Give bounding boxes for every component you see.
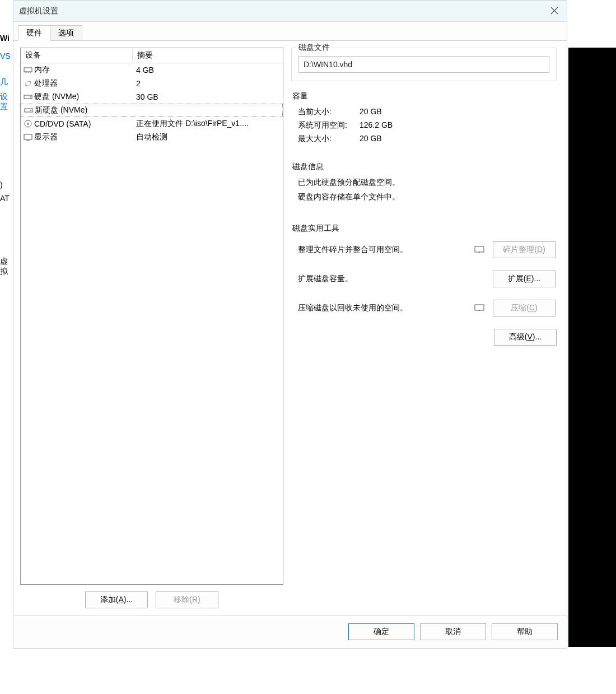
group-label-capacity: 容量 (292, 91, 556, 101)
util-defrag-row: 整理文件碎片并整合可用空间。 碎片整理(D) (298, 241, 556, 258)
header-device: 设备 (21, 49, 133, 62)
group-disk-utils: 磁盘实用工具 整理文件碎片并整合可用空间。 碎片整理(D) 扩展磁盘容量。 扩展… (291, 223, 557, 316)
left-pane: 设备 摘要 内存 4 GB 处理器 2 (20, 48, 283, 608)
device-row-cddvd[interactable]: CD/DVD (SATA) 正在使用文件 D:\iso\FirPE_v1.... (21, 117, 283, 131)
disk-info-line1: 已为此硬盘预分配磁盘空间。 (298, 178, 556, 188)
map-icon[interactable] (474, 245, 485, 255)
device-table-header: 设备 摘要 (21, 48, 283, 63)
disk-icon (24, 106, 34, 115)
left-buttons: 添加(A)... 移除(R) (20, 585, 283, 608)
help-button[interactable]: 帮助 (492, 623, 558, 640)
capacity-max: 最大大小: 20 GB (298, 134, 556, 144)
disk-info-line2: 硬盘内容存储在单个文件中。 (298, 192, 556, 202)
compact-button[interactable]: 压缩(C) (493, 300, 556, 316)
device-row-display[interactable]: 显示器 自动检测 (21, 131, 283, 144)
group-disk-info: 磁盘信息 已为此硬盘预分配磁盘空间。 硬盘内容存储在单个文件中。 (291, 162, 557, 207)
util-compact-row: 压缩磁盘以回收未使用的空间。 压缩(C) (298, 300, 556, 316)
remove-device-button[interactable]: 移除(R) (156, 591, 218, 608)
close-icon (550, 7, 558, 15)
group-label-disk-file: 磁盘文件 (296, 43, 332, 53)
group-label-disk-info: 磁盘信息 (292, 162, 556, 172)
device-rows: 内存 4 GB 处理器 2 硬盘 (NVMe) 30 GB (21, 63, 283, 584)
dialog-body: 设备 摘要 内存 4 GB 处理器 2 (13, 41, 567, 615)
disk-icon (23, 92, 33, 101)
svg-rect-8 (24, 134, 32, 139)
device-row-memory[interactable]: 内存 4 GB (21, 63, 283, 77)
svg-point-5 (30, 110, 31, 111)
util-expand-text: 扩展磁盘容量。 (298, 274, 466, 284)
titlebar: 虚拟机设置 (13, 1, 567, 22)
display-icon (23, 133, 33, 142)
background-right-strip (568, 48, 616, 647)
tab-options[interactable]: 选项 (50, 25, 82, 41)
close-button[interactable] (548, 4, 561, 17)
capacity-current: 当前大小: 20 GB (298, 107, 556, 117)
svg-point-7 (27, 123, 29, 125)
group-label-disk-utils: 磁盘实用工具 (292, 223, 556, 234)
svg-rect-0 (24, 68, 32, 72)
util-expand-row: 扩展磁盘容量。 扩展(E)... (298, 271, 556, 287)
expand-button[interactable]: 扩展(E)... (493, 271, 556, 287)
svg-point-10 (479, 251, 480, 253)
device-table: 设备 摘要 内存 4 GB 处理器 2 (20, 48, 283, 585)
advanced-row: 高级(V)... (291, 329, 557, 346)
disk-file-path[interactable]: D:\WIN10.vhd (298, 56, 549, 73)
svg-point-12 (479, 310, 480, 311)
defrag-button[interactable]: 碎片整理(D) (493, 241, 556, 258)
cpu-icon (23, 79, 33, 88)
right-pane: 磁盘文件 D:\WIN10.vhd 容量 当前大小: 20 GB 系统可用空间:… (291, 48, 560, 608)
memory-icon (23, 66, 33, 74)
capacity-free: 系统可用空间: 126.2 GB (298, 120, 556, 131)
svg-point-6 (25, 120, 31, 127)
map-icon[interactable] (474, 303, 485, 313)
device-row-cpu[interactable]: 处理器 2 (21, 77, 283, 90)
vm-settings-dialog: 虚拟机设置 硬件 选项 设备 摘要 内存 4 GB (13, 0, 567, 649)
group-capacity: 容量 当前大小: 20 GB 系统可用空间: 126.2 GB 最大大小: 20… (291, 91, 557, 147)
svg-rect-1 (26, 81, 30, 86)
svg-rect-9 (475, 246, 484, 252)
tab-bar: 硬件 选项 (13, 22, 567, 41)
util-compact-text: 压缩磁盘以回收未使用的空间。 (298, 303, 466, 313)
dialog-buttons: 确定 取消 帮助 (13, 615, 567, 648)
device-row-newdisk[interactable]: 新硬盘 (NVMe) (21, 104, 283, 117)
ok-button[interactable]: 确定 (348, 623, 414, 640)
dialog-title: 虚拟机设置 (19, 6, 58, 16)
svg-point-3 (30, 96, 31, 97)
util-defrag-text: 整理文件碎片并整合可用空间。 (298, 245, 466, 255)
svg-rect-11 (475, 305, 484, 310)
background-app-strip: Wi VS 几 设置 ) AT 虚拟 (0, 0, 13, 694)
device-row-disk[interactable]: 硬盘 (NVMe) 30 GB (21, 90, 283, 104)
header-summary: 摘要 (133, 49, 283, 62)
cd-icon (23, 119, 33, 128)
tab-hardware[interactable]: 硬件 (18, 25, 50, 41)
cancel-button[interactable]: 取消 (420, 623, 486, 640)
group-disk-file: 磁盘文件 D:\WIN10.vhd (291, 48, 557, 81)
add-device-button[interactable]: 添加(A)... (85, 591, 148, 608)
advanced-button[interactable]: 高级(V)... (494, 329, 557, 346)
